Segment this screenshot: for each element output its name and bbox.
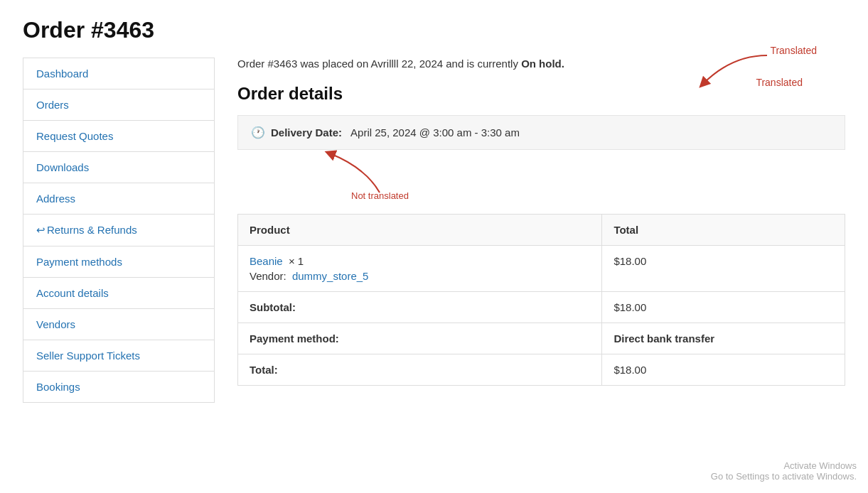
sidebar-label: Returns & Refunds [47, 224, 137, 236]
main-content: Order #3463 was placed on Avrillll 22, 2… [237, 58, 845, 386]
sidebar-label: Downloads [36, 161, 89, 173]
sidebar-label: Orders [36, 99, 69, 111]
page-title: Order #3463 [23, 17, 845, 43]
not-translated-arrow-icon [309, 146, 408, 196]
table-header-product: Product [238, 215, 602, 246]
sidebar-label: Payment methods [36, 256, 122, 268]
sidebar-label: Bookings [36, 381, 80, 393]
total-value-cell: $18.00 [602, 354, 845, 386]
sidebar-item-returns-refunds[interactable]: ↩Returns & Refunds [23, 215, 214, 246]
sidebar-item-orders[interactable]: Orders [23, 90, 214, 121]
total-row: Total: $18.00 [238, 354, 845, 386]
sidebar-item-payment-methods[interactable]: Payment methods [23, 246, 214, 278]
sidebar-item-account-details[interactable]: Account details [23, 278, 214, 309]
sidebar-item-address[interactable]: Address [23, 183, 214, 215]
translated-arrow-icon [689, 48, 774, 91]
clock-icon: 🕐 [251, 126, 265, 139]
subtotal-value-cell: $18.00 [602, 292, 845, 323]
not-translated-label: Not translated [351, 190, 409, 201]
product-total-cell: $18.00 [602, 246, 845, 292]
vendor-prefix: Vendor: [250, 270, 286, 282]
sidebar-label: Vendors [36, 318, 75, 330]
delivery-date-label: Delivery Date: [271, 126, 342, 139]
product-link[interactable]: Beanie [250, 255, 286, 267]
sidebar: Dashboard Orders Request Quotes Download… [23, 58, 215, 403]
vendor-link[interactable]: dummy_store_5 [292, 270, 369, 282]
sidebar-item-downloads[interactable]: Downloads [23, 152, 214, 183]
subtotal-label-cell: Subtotal: [238, 292, 602, 323]
sidebar-item-request-quotes[interactable]: Request Quotes [23, 121, 214, 152]
sidebar-label: Account details [36, 287, 109, 299]
order-table: Product Total Beanie × 1 [237, 214, 845, 386]
delivery-date-value: April 25, 2024 @ 3:00 am - 3:30 am [350, 126, 520, 139]
payment-method-label-cell: Payment method: [238, 323, 602, 354]
sidebar-label: Seller Support Tickets [36, 350, 140, 362]
sidebar-item-dashboard[interactable]: Dashboard [23, 58, 214, 90]
sidebar-item-vendors[interactable]: Vendors [23, 309, 214, 340]
payment-method-row: Payment method: Direct bank transfer [238, 323, 845, 354]
translated-text-label: Translated [770, 45, 817, 56]
subtotal-row: Subtotal: $18.00 [238, 292, 845, 323]
returns-icon: ↩ [36, 224, 45, 236]
delivery-date-box: 🕐 Delivery Date: April 25, 2024 @ 3:00 a… [237, 115, 845, 150]
sidebar-item-bookings[interactable]: Bookings [23, 372, 214, 402]
table-header-total: Total [602, 215, 845, 246]
sidebar-label: Dashboard [36, 67, 88, 80]
table-row: Beanie × 1 Vendor: dummy_store_5 $18.00 [238, 246, 845, 292]
sidebar-item-seller-support-tickets[interactable]: Seller Support Tickets [23, 340, 214, 372]
sidebar-label: Request Quotes [36, 130, 113, 142]
product-qty: × 1 [289, 255, 304, 267]
product-cell: Beanie × 1 Vendor: dummy_store_5 [238, 246, 602, 292]
total-label-cell: Total: [238, 354, 602, 386]
payment-method-value-cell: Direct bank transfer [602, 323, 845, 354]
sidebar-label: Address [36, 193, 75, 205]
